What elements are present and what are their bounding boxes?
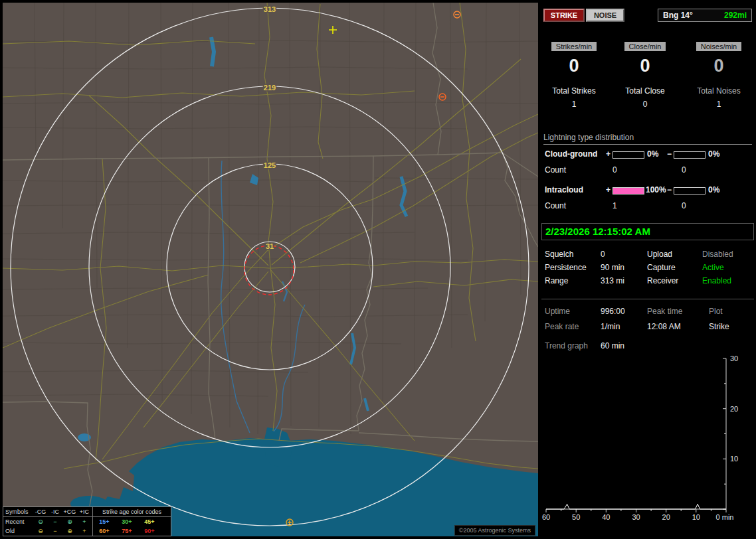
persistence-value: 90 min [601,263,624,272]
peak-time-value: 12:08 AM [647,322,681,331]
y-tick: 10 [730,455,738,463]
receiver-status: Enabled [702,276,731,285]
cloud-ground-label: Cloud-ground [545,149,597,159]
legend-recent-row: Recent ⊖ − ⊕ + 15+ 30+ 45+ [3,517,171,526]
trend-series-layer [546,504,726,509]
capture-status: Active [702,263,724,272]
peak-rate-label: Peak rate [545,322,579,331]
cg-negative-count: 0 [682,165,686,175]
trend-graph-label: Trend graph [545,341,588,350]
legend-header-row: Symbols -CG -IC +CG +IC Strike age color… [3,507,171,517]
noises-rate-header: Noises/min [684,42,753,51]
trend-series-strike [546,504,726,509]
legend-col-pic: +IC [77,507,92,516]
strikes-rate-header: Strikes/min [539,42,609,51]
cg-negative-pct: 0% [708,149,719,159]
age-code: 90+ [138,526,161,536]
total-noises-label: Total Noises [684,86,753,96]
total-noises-value: 1 [684,100,753,109]
legend-old-label: Old [3,526,33,536]
plot-label: Plot [709,307,723,316]
trend-x-tick-labels: 60 50 40 30 20 10 0 min [542,513,734,521]
circle-plus-icon: ⊕ [62,517,77,526]
range-ring-label-31: 31 [266,242,274,250]
persistence-label: Persistence [545,263,587,272]
x-tick: 10 [692,513,700,521]
legend-col-ncg: -CG [33,507,48,516]
trend-axes [546,358,726,512]
strike-toggle-button[interactable]: STRIKE [543,9,585,22]
legend-recent-label: Recent [3,517,33,526]
y-tick: 30 [730,354,738,362]
map-area[interactable]: 313 219 125 31 Symbols -CG -IC +CG +IC S… [3,3,538,536]
minus-sign: − [667,185,672,194]
bearing-distance-readout: Bng 14° 292mi [658,9,752,22]
total-strikes-label: Total Strikes [539,86,609,96]
intracloud-label: Intracloud [545,185,583,194]
squelch-label: Squelch [545,250,573,259]
ic-positive-pct: 100% [646,185,666,194]
upload-status: Disabled [702,250,733,259]
total-close-label: Total Close [611,86,680,96]
cg-positive-count: 0 [613,165,617,175]
cg-positive-bar [613,151,644,159]
legend-old-row: Old ⊖ − ⊕ + 60+ 75+ 90+ [3,526,171,536]
storm-map[interactable]: 313 219 125 31 [3,3,538,536]
legend-col-nic: -IC [48,507,62,516]
y-tick: 20 [730,405,738,413]
uptime-value: 996:00 [601,307,625,316]
circle-minus-icon: ⊖ [33,526,48,536]
x-tick: 40 [602,513,610,521]
age-code: 60+ [93,526,116,536]
cg-count-label: Count [545,165,566,175]
age-code: 30+ [116,517,138,526]
x-tick: 0 min [716,513,734,521]
range-label: Range [545,276,568,285]
ic-negative-bar [674,187,706,194]
capture-label: Capture [647,263,676,272]
close-rate-header: Close/min [611,42,680,51]
range-value: 313 mi [601,276,624,285]
x-tick: 50 [572,513,580,521]
x-tick: 60 [542,513,550,521]
squelch-value: 0 [601,250,605,259]
bearing-value: Bng 14° [663,11,693,20]
trend-y-tick-labels: 30 20 10 [730,354,738,463]
plus-sign: + [606,185,611,194]
plus-icon: + [77,526,92,536]
ic-negative-pct: 0% [708,185,719,194]
ic-count-label: Count [545,201,566,210]
map-legend: Symbols -CG -IC +CG +IC Strike age color… [3,506,171,536]
peak-time-label: Peak time [647,307,682,316]
minus-icon: − [48,526,62,536]
circle-plus-icon: ⊕ [62,526,77,536]
uptime-label: Uptime [545,307,570,316]
section-divider [541,299,754,299]
status-panel: STRIKE NOISE Bng 14° 292mi Strikes/min C… [539,0,756,539]
cg-positive-pct: 0% [647,149,658,159]
legend-age-header: Strike age color codes [93,507,171,516]
total-close-value: 0 [611,100,680,109]
age-code: 75+ [116,526,138,536]
total-strikes-value: 1 [539,100,609,109]
minus-sign: − [667,149,672,159]
strikes-per-min-value: 0 [539,56,609,76]
noise-toggle-button[interactable]: NOISE [586,9,624,22]
x-tick: 30 [632,513,640,521]
legend-symbols-header: Symbols [3,507,33,516]
receiver-label: Receiver [647,276,678,285]
legend-col-pcg: +CG [62,507,77,516]
ic-positive-count: 1 [613,201,617,210]
trend-graph-plot: 30 20 10 60 50 40 30 20 10 0 min [539,352,756,532]
plus-icon: + [77,517,92,526]
plus-sign: + [606,149,611,159]
ic-negative-count: 0 [682,201,686,210]
age-code: 15+ [93,517,116,526]
range-ring-label-313: 313 [264,5,276,13]
range-ring-label-125: 125 [264,161,276,169]
x-tick: 20 [662,513,670,521]
plot-value: Strike [709,322,729,331]
minus-icon: − [48,517,62,526]
distribution-title: Lightning type distribution [543,133,752,145]
noises-per-min-value: 0 [684,56,753,76]
